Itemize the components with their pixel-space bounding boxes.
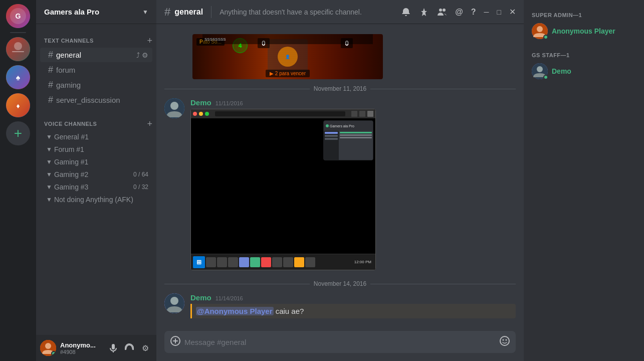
message-author-demo[interactable]: Demo <box>190 98 211 107</box>
help-icon[interactable]: ? <box>471 8 476 17</box>
settings-icon[interactable]: ⚙ <box>142 51 148 59</box>
voice-gaming1[interactable]: ▼ Gaming #1 <box>40 156 152 168</box>
mention-icon[interactable]: @ <box>455 8 463 17</box>
notification-bell-icon[interactable] <box>401 7 411 17</box>
svg-point-15 <box>439 9 442 12</box>
sidebar: Gamers ala Pro ▼ TEXT CHANNELS + # gener… <box>36 0 156 361</box>
pin-icon[interactable] <box>419 7 429 17</box>
minimize-icon[interactable]: ─ <box>484 8 489 16</box>
deafen-button[interactable] <box>122 341 136 355</box>
voice-afk[interactable]: ▼ Not doing Anything (AFK) <box>40 194 152 206</box>
demo-avatar-2 <box>164 293 184 313</box>
channel-general[interactable]: # general ⤴ ⚙ <box>40 48 152 62</box>
maximize-icon[interactable]: □ <box>497 8 501 16</box>
date-label: November 11, 2016 <box>314 85 366 92</box>
svg-point-11 <box>45 343 51 349</box>
server-icon-2[interactable] <box>6 37 30 61</box>
channel-forum[interactable]: # forum <box>40 63 152 77</box>
member-demo[interactable]: Demo <box>528 60 640 82</box>
voice-collapse-icon: ▼ <box>46 158 52 165</box>
invite-icon[interactable]: ⤴ <box>136 51 140 59</box>
mute-button[interactable] <box>106 341 120 355</box>
close-icon[interactable]: ✕ <box>509 7 516 17</box>
channel-header: # general Anything that doesn't have a s… <box>156 0 524 24</box>
voice-gaming2[interactable]: ▼ Gaming #2 0 / 64 <box>40 168 152 180</box>
user-status-indicator <box>51 351 56 356</box>
message-text: @Anonymous Player caiu ae? <box>196 307 304 315</box>
user-controls: ⚙ <box>106 341 152 355</box>
voice-channel-name: Gaming #2 <box>54 170 88 178</box>
message-input[interactable] <box>184 338 496 346</box>
message-author-demo-2[interactable]: Demo <box>190 293 211 302</box>
channel-hash-icon: # <box>48 50 53 60</box>
voice-channel-name: Not doing Anything (AFK) <box>54 196 133 204</box>
svg-text:♦: ♦ <box>16 102 20 110</box>
date-divider-nov14: November 14, 2016 <box>156 276 524 291</box>
user-settings-button[interactable]: ⚙ <box>138 341 152 355</box>
server-header[interactable]: Gamers ala Pro ▼ <box>36 0 156 24</box>
member-status-dot <box>543 35 548 40</box>
channel-gaming[interactable]: # gaming <box>40 78 152 92</box>
message-body-demo: Demo 11/11/2016 <box>190 98 516 270</box>
add-server-button[interactable]: + <box>6 121 30 145</box>
voice-channels-section-header[interactable]: VOICE CHANNELS + <box>36 111 156 130</box>
server-name: Gamers ala Pro <box>44 8 99 16</box>
voice-general1[interactable]: ▼ General #1 <box>40 131 152 143</box>
channel-hash-icon: # <box>164 6 170 19</box>
server-icon-1[interactable]: G <box>6 4 30 28</box>
user-tag: #4908 <box>60 349 102 355</box>
upload-button[interactable] <box>170 336 180 348</box>
header-icons: @ ? ─ □ ✕ <box>401 7 516 17</box>
server-icon-3[interactable]: ♠ <box>6 65 30 89</box>
member-anonymous-player[interactable]: Anonymous Player <box>528 20 640 42</box>
member-name-anonymous: Anonymous Player <box>552 27 615 35</box>
member-section-super-admin: SUPER ADMIN—1 <box>528 8 640 20</box>
sidebar-content: TEXT CHANNELS + # general ⤴ ⚙ # forum # … <box>36 24 156 335</box>
channel-name-general: general <box>56 51 136 59</box>
server-dropdown-icon: ▼ <box>142 9 148 16</box>
member-name-demo: Demo <box>552 67 571 75</box>
message-input-area <box>156 331 524 361</box>
voice-channel-name: Gaming #3 <box>54 183 88 191</box>
voice-user-count: 0 / 32 <box>133 184 148 191</box>
server-icon-4[interactable]: ♦ <box>6 93 30 117</box>
svg-text:♠: ♠ <box>16 73 21 82</box>
member-avatar-demo <box>532 63 548 79</box>
voice-collapse-icon: ▼ <box>46 171 52 178</box>
divider-line <box>164 89 310 89</box>
text-channels-section-header[interactable]: TEXT CHANNELS + <box>36 28 156 47</box>
user-bar: Anonymo... #4908 ⚙ <box>36 335 156 361</box>
svg-point-16 <box>443 9 446 12</box>
messages-area[interactable]: Pato So... 4 0 0 👤 ▶ 2 para vencer SSSSS… <box>156 24 524 331</box>
message-text-after-mention: caiu ae? <box>274 307 304 315</box>
server-divider <box>10 32 26 33</box>
members-icon[interactable] <box>437 7 447 17</box>
svg-point-24 <box>506 339 507 340</box>
message-group-demo-screenshot: Demo 11/11/2016 <box>156 96 524 272</box>
right-sidebar: SUPER ADMIN—1 Anonymous Player GS STAFF—… <box>524 0 644 361</box>
channel-hash-icon: # <box>48 95 53 105</box>
voice-collapse-icon: ▼ <box>46 184 52 191</box>
divider-line <box>370 284 516 284</box>
divider-line <box>370 89 516 89</box>
message-group-demo-mention: Demo 11/14/2016 @Anonymous Player caiu a… <box>156 291 524 320</box>
message-body-demo-mention: Demo 11/14/2016 @Anonymous Player caiu a… <box>190 293 516 318</box>
channel-server-disscussion[interactable]: # server_disscussion <box>40 93 152 107</box>
svg-point-4 <box>14 42 22 50</box>
channel-hash-icon: # <box>48 80 53 90</box>
channel-title: general <box>174 8 203 17</box>
add-voice-channel-button[interactable]: + <box>147 119 152 128</box>
mention-tag[interactable]: @Anonymous Player <box>196 307 274 315</box>
message-group-game-image: Pato So... 4 0 0 👤 ▶ 2 para vencer SSSSS… <box>156 32 524 81</box>
svg-point-22 <box>500 336 509 345</box>
voice-forum1[interactable]: ▼ Forum #1 <box>40 143 152 155</box>
voice-gaming3[interactable]: ▼ Gaming #3 0 / 32 <box>40 181 152 193</box>
message-header-2: Demo 11/14/2016 <box>190 293 516 302</box>
channel-hash-icon: # <box>48 65 53 75</box>
add-text-channel-button[interactable]: + <box>147 36 152 45</box>
emoji-button[interactable] <box>500 336 510 348</box>
message-header: Demo 11/11/2016 <box>190 98 516 107</box>
header-divider <box>211 6 211 18</box>
member-section-gs-staff: GS STAFF—1 <box>528 48 640 60</box>
text-channels-label: TEXT CHANNELS <box>44 38 94 44</box>
